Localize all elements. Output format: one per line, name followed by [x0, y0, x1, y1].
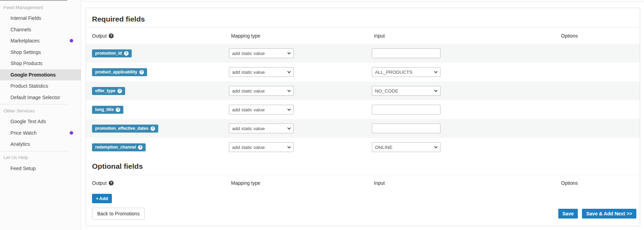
back-to-promotions-button[interactable]: Back to Promotions — [92, 208, 145, 220]
optional-fields-title: Optional fields — [86, 157, 640, 175]
help-icon[interactable]: ? — [139, 70, 144, 74]
input-value-select[interactable]: ALL_PRODUCTS — [372, 67, 440, 77]
sidebar-top-divider — [0, 0, 67, 1]
output-field-badge: promotion_id? — [92, 49, 132, 57]
save-and-add-next-button[interactable]: Save & Add Next >> — [582, 209, 636, 219]
sidebar-item-shop-products[interactable]: Shop Products — [0, 58, 81, 69]
mapping-type-select[interactable]: add static value — [229, 142, 294, 152]
required-column-headers: Output ? Mapping type Input Options — [86, 28, 640, 44]
mapping-type-select[interactable]: add static value — [229, 105, 294, 114]
input-value-select[interactable]: NO_CODE — [372, 86, 440, 96]
help-icon[interactable]: ? — [151, 126, 155, 131]
sidebar-section-feed-management: Feed Management — [0, 2, 81, 13]
page-top-divider — [81, 1, 644, 1]
field-mapping-card: Required fields Output ? Mapping type In… — [86, 8, 640, 226]
field-row: redemption_channel? add static value ONL… — [86, 138, 640, 157]
sidebar-divider — [0, 104, 68, 104]
help-icon[interactable]: ? — [109, 181, 114, 185]
help-icon[interactable]: ? — [117, 89, 122, 93]
sidebar-item-analytics[interactable]: Analytics — [0, 138, 81, 150]
mapping-type-select[interactable]: add static value — [229, 86, 294, 96]
input-value-field[interactable] — [372, 105, 440, 114]
column-header-input: Input — [372, 180, 559, 186]
mapping-type-select[interactable]: add static value — [229, 124, 294, 133]
sidebar-item-product-statistics[interactable]: Product Statistics — [0, 80, 81, 92]
notification-dot-icon — [70, 39, 73, 42]
input-value-field[interactable] — [372, 124, 440, 133]
help-icon[interactable]: ? — [116, 108, 120, 112]
plus-icon: + — [96, 196, 99, 201]
input-value-field[interactable] — [372, 48, 440, 58]
column-header-output: Output ? — [92, 180, 229, 186]
column-header-options: Options — [559, 180, 640, 186]
input-value-select[interactable]: ONLINE — [372, 142, 440, 152]
field-row: promotion_effective_dates? add static va… — [86, 119, 640, 138]
sidebar-item-google-promotions[interactable]: Google Promotions — [0, 69, 81, 81]
sidebar-item-price-watch[interactable]: Price Watch — [0, 127, 81, 139]
column-header-options: Options — [559, 33, 640, 39]
sidebar: Feed Management Internal Fields Channels… — [0, 0, 81, 230]
save-button-group: Save Save & Add Next >> — [558, 209, 636, 219]
field-row: product_applicability? add static value … — [86, 63, 640, 81]
sidebar-item-marketplaces[interactable]: Marketplaces — [0, 35, 81, 47]
add-optional-field-button[interactable]: +Add — [92, 194, 112, 203]
sidebar-item-internal-fields[interactable]: Internal Fields — [0, 13, 81, 24]
output-field-badge: redemption_channel? — [92, 143, 146, 151]
column-header-mapping-type: Mapping type — [229, 180, 372, 186]
sidebar-item-google-text-ads[interactable]: Google Text Ads — [0, 116, 81, 127]
column-header-mapping-type: Mapping type — [229, 33, 372, 39]
column-header-input: Input — [372, 33, 559, 39]
help-icon[interactable]: ? — [109, 33, 114, 38]
card-footer: Back to Promotions Save Save & Add Next … — [86, 208, 640, 220]
sidebar-item-channels[interactable]: Channels — [0, 24, 81, 35]
sidebar-item-feed-setup[interactable]: Feed Setup — [0, 163, 81, 174]
sidebar-section-let-us-help: Let Us Help — [0, 152, 81, 163]
help-icon[interactable]: ? — [138, 145, 143, 150]
save-button[interactable]: Save — [558, 209, 578, 219]
optional-column-headers: Output ? Mapping type Input Options — [86, 175, 640, 191]
help-icon[interactable]: ? — [124, 51, 129, 56]
output-field-badge: long_title? — [92, 106, 123, 114]
output-field-badge: offer_type? — [92, 87, 125, 95]
sidebar-item-shop-settings[interactable]: Shop Settings — [0, 47, 81, 58]
output-field-badge: product_applicability? — [92, 68, 147, 76]
field-row: promotion_id? add static value — [86, 44, 640, 63]
field-row: long_title? add static value — [86, 100, 640, 119]
field-row: offer_type? add static value NO_CODE — [86, 81, 640, 100]
sidebar-divider — [0, 151, 68, 151]
required-fields-title: Required fields — [86, 8, 640, 27]
sidebar-item-default-image-selector[interactable]: Default Image Selector — [0, 92, 81, 103]
mapping-type-select[interactable]: add static value — [229, 67, 294, 77]
output-field-badge: promotion_effective_dates? — [92, 125, 158, 133]
sidebar-section-other-services: Other Services — [0, 105, 81, 116]
notification-dot-icon — [70, 131, 73, 135]
mapping-type-select[interactable]: add static value — [229, 48, 294, 58]
column-header-output: Output ? — [92, 33, 229, 39]
